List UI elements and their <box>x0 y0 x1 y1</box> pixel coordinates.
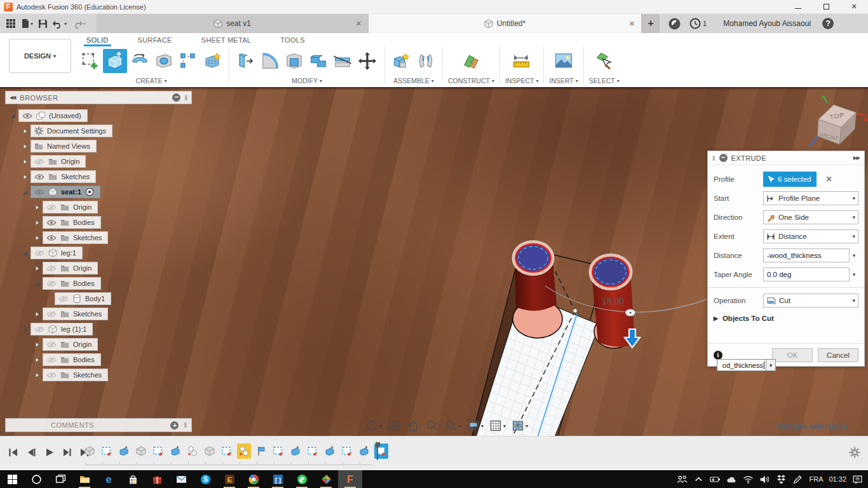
joint-button[interactable] <box>414 50 437 72</box>
browser-item-origin[interactable]: Origin <box>43 262 98 274</box>
browser-item-bodies[interactable]: Bodies <box>43 277 101 290</box>
dialog-grip-icon[interactable]: ‖ <box>712 154 715 162</box>
move-button[interactable] <box>355 49 379 73</box>
3d-viewport[interactable]: 18.00 ◀◀ BROWSER – ‖ (Unsaved)Document S… <box>0 87 868 436</box>
clear-selection-icon[interactable]: ✕ <box>825 175 832 184</box>
taskbar-app-fusion-360[interactable]: F <box>338 470 362 488</box>
browser-item-bodies[interactable]: Bodies <box>43 353 101 366</box>
new-component-button[interactable] <box>390 50 413 72</box>
timeline-feature-sketch[interactable] <box>271 444 285 459</box>
play-button[interactable] <box>42 445 56 459</box>
browser-item-document-settings[interactable]: Document Settings <box>31 125 112 137</box>
taskbar-app-store[interactable] <box>121 470 145 488</box>
extrude-dialog[interactable]: ‖ – EXTRUDE ▶▶ Profile 6 selected ✕ Star… <box>707 151 865 367</box>
visibility-on-icon[interactable] <box>34 173 44 180</box>
timeline-feature-component[interactable] <box>134 444 148 459</box>
expand-arrow-icon[interactable] <box>22 327 28 332</box>
job-status-button[interactable] <box>668 18 681 30</box>
timeline-feature-sketch[interactable] <box>340 444 354 459</box>
notification-button[interactable]: 1 <box>689 18 707 29</box>
extrude-button[interactable] <box>103 49 127 73</box>
chevron-down-icon[interactable]: ▾ <box>766 359 776 371</box>
shell-button[interactable] <box>283 50 306 72</box>
volume-icon[interactable] <box>759 474 770 485</box>
distance-input[interactable]: -wood_thickness <box>763 248 850 262</box>
expand-arrow-icon[interactable] <box>10 113 16 119</box>
browser-item-leg-1[interactable]: leg:1 <box>31 247 83 259</box>
expand-arrow-icon[interactable] <box>34 281 40 287</box>
start-dropdown[interactable]: Profile Plane ▾ <box>763 191 858 205</box>
timeline-feature-component[interactable] <box>203 444 217 459</box>
go-to-start-button[interactable] <box>6 445 20 459</box>
taskbar-app-chrome[interactable] <box>241 470 266 488</box>
taskbar-app-whatsapp[interactable] <box>290 470 314 488</box>
browser-item-leg-1-1[interactable]: leg (1):1 <box>31 323 93 336</box>
direction-dropdown[interactable]: One Side ▾ <box>763 210 858 224</box>
extrude-dialog-header[interactable]: ‖ – EXTRUDE ▶▶ <box>708 151 864 165</box>
press-pull-button[interactable] <box>234 50 257 72</box>
revolve-button[interactable] <box>128 50 151 72</box>
browser-item-sketches[interactable]: Sketches <box>31 170 96 183</box>
user-account-button[interactable]: Mohamed Ayoub Aissaoui <box>723 19 811 28</box>
chevron-down-icon[interactable]: ▾ <box>850 271 858 278</box>
timeline-feature-copy[interactable] <box>237 444 251 459</box>
create-sketch-button[interactable] <box>79 50 102 72</box>
insert-canvas-button[interactable] <box>552 50 575 72</box>
create-form-button[interactable] <box>201 50 224 72</box>
collapse-arrow-icon[interactable] <box>34 342 40 348</box>
battery-icon[interactable] <box>710 474 721 485</box>
construct-group-label[interactable]: CONSTRUCT▾ <box>448 77 494 85</box>
ok-button[interactable]: OK <box>772 348 813 362</box>
workspace-switcher[interactable]: DESIGN ▾ <box>9 39 71 73</box>
orbit-button[interactable]: ▾ <box>363 417 383 434</box>
taskbar-app-task-view[interactable] <box>48 470 72 488</box>
panel-grip-icon[interactable]: ‖ <box>184 94 187 102</box>
collapse-arrow-icon[interactable] <box>22 128 28 134</box>
collapse-arrow-icon[interactable] <box>22 144 28 149</box>
visibility-off-icon[interactable] <box>46 356 57 363</box>
expression-input[interactable]: od_thickness <box>717 359 766 371</box>
visibility-off-icon[interactable] <box>34 250 44 257</box>
show-hidden-icons-chevron[interactable] <box>693 474 704 485</box>
expand-arrow-icon[interactable] <box>22 250 28 256</box>
minimize-panel-icon[interactable]: – <box>172 93 180 102</box>
taskbar-app-brackets[interactable]: [ ] <box>266 470 290 488</box>
collapse-arrow-icon[interactable] <box>34 235 40 241</box>
timeline-feature-copy[interactable] <box>186 444 200 459</box>
browser-panel-header[interactable]: ◀◀ BROWSER – ‖ <box>5 91 192 104</box>
dropbox-icon[interactable] <box>776 474 787 485</box>
tab-untitled[interactable]: Untitled* ✕ <box>369 14 642 33</box>
expand-comments-icon[interactable]: + <box>170 421 179 430</box>
zoom-window-button[interactable]: ▾ <box>443 417 463 434</box>
collapse-arrow-icon[interactable] <box>34 220 40 226</box>
pen-icon[interactable] <box>792 474 803 485</box>
ribbon-tab-sheet-metal[interactable]: SHEET METAL <box>199 35 254 46</box>
save-button[interactable] <box>36 17 50 30</box>
extent-dropdown[interactable]: Distance ▾ <box>763 229 858 243</box>
taskbar-app-edge[interactable]: e <box>97 470 121 488</box>
pattern-button[interactable] <box>177 50 200 72</box>
ribbon-tab-tools[interactable]: TOOLS <box>278 35 308 46</box>
viewports-button[interactable]: ▾ <box>510 417 529 434</box>
visibility-on-icon[interactable] <box>46 234 57 241</box>
data-panel-button[interactable] <box>4 17 18 30</box>
new-tab-button[interactable]: + <box>642 14 660 33</box>
people-icon[interactable] <box>677 474 688 485</box>
chevron-down-icon[interactable]: ▾ <box>850 252 858 259</box>
collapse-arrow-icon[interactable] <box>34 266 40 271</box>
info-icon[interactable]: i <box>714 351 722 360</box>
look-at-button[interactable] <box>386 417 402 434</box>
operation-dropdown[interactable]: Cut ▾ <box>763 294 858 308</box>
browser-item-sketches[interactable]: Sketches <box>43 308 108 320</box>
timeline-feature-extrude[interactable] <box>168 444 182 459</box>
visibility-off-icon[interactable] <box>34 326 44 333</box>
tab-close-icon[interactable]: ✕ <box>356 20 362 28</box>
cancel-button[interactable]: Cancel <box>818 348 858 362</box>
visibility-off-icon[interactable] <box>34 158 44 165</box>
undo-button[interactable]: ▾ <box>51 17 69 30</box>
visibility-off-icon[interactable] <box>58 295 69 302</box>
taskbar-app-gift[interactable] <box>145 470 169 488</box>
step-back-button[interactable] <box>24 445 38 459</box>
taskbar-app-cortana[interactable] <box>24 470 48 488</box>
visibility-off-icon[interactable] <box>46 204 57 211</box>
